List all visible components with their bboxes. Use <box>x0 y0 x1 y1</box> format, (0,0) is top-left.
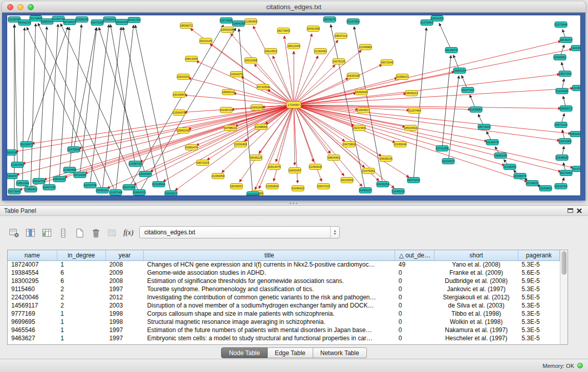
table-cell[interactable]: Estimation of the future numbers of pati… <box>144 326 395 334</box>
graph-node[interactable]: 20147358 <box>572 166 581 172</box>
graph-node[interactable]: 18273645 <box>277 28 290 34</box>
table-cell[interactable]: 9777169 <box>8 310 57 318</box>
graph-node[interactable]: 21035486 <box>572 85 581 91</box>
table-row[interactable]: 1456911722003Disruption of a novel membe… <box>8 301 560 310</box>
graph-node[interactable]: 19608234 <box>380 156 392 162</box>
graph-node[interactable]: 18504392 <box>404 125 417 131</box>
graph-node[interactable]: 19036254 <box>377 182 389 187</box>
table-row[interactable]: 911546021997Tourette syndrome. Phenomeno… <box>8 285 560 293</box>
graph-node[interactable]: 20473891 <box>343 142 355 147</box>
graph-node[interactable]: 19827304 <box>559 71 571 77</box>
graph-node[interactable]: 18659072 <box>560 106 572 112</box>
graph-node[interactable]: 18594036 <box>570 132 581 137</box>
table-cell[interactable]: 6 <box>57 277 105 285</box>
table-cell[interactable]: 5.5E-5 <box>518 293 559 301</box>
graph-node[interactable]: 18460257 <box>7 173 17 179</box>
import-table-icon[interactable] <box>105 226 119 239</box>
graph-node[interactable]: 21057348 <box>110 190 122 195</box>
network-canvas[interactable]: 1724067186120452081450219322098215043761… <box>7 15 581 196</box>
graph-node[interactable]: 19322098 <box>245 58 257 63</box>
graph-node[interactable]: 21370456 <box>421 20 433 26</box>
graph-node[interactable]: 20173845 <box>30 16 42 21</box>
table-cell[interactable]: 0 <box>395 285 434 293</box>
graph-node[interactable]: 21048256 <box>504 164 516 170</box>
table-cell[interactable]: 9465546 <box>8 326 57 334</box>
graph-node[interactable]: 20683154 <box>453 68 466 74</box>
table-row[interactable]: 2242004622012Investigating the contribut… <box>8 293 560 301</box>
graph-node[interactable]: 19027346 <box>462 87 474 93</box>
table-cell[interactable]: 1 <box>57 310 105 318</box>
table-cell[interactable]: 2009 <box>105 269 143 277</box>
table-cell[interactable]: Dudbridge et al. (2008) <box>434 277 518 285</box>
graph-node[interactable]: 18253064 <box>247 192 259 196</box>
graph-node[interactable]: 21648035 <box>556 155 568 161</box>
graph-node[interactable]: 19204637 <box>442 159 454 164</box>
graph-node[interactable]: 20167354 <box>347 19 359 25</box>
graph-node[interactable]: 18960245 <box>177 128 189 134</box>
graph-node[interactable]: 18450236 <box>18 20 31 26</box>
graph-node[interactable]: 18570243 <box>407 178 420 183</box>
graph-node[interactable]: 20518734 <box>555 184 567 189</box>
graph-node[interactable]: 20491753 <box>128 17 140 23</box>
graph-node[interactable]: 21160483 <box>314 49 326 54</box>
table-cell[interactable]: 0 <box>395 269 434 277</box>
table-cell[interactable]: 2 <box>57 293 105 301</box>
graph-node[interactable]: 18036257 <box>560 37 572 43</box>
table-cell[interactable]: 2008 <box>105 277 143 285</box>
table-cell[interactable]: 0 <box>395 318 434 326</box>
table-row[interactable]: 969969511998Structural magnetic resonanc… <box>8 318 560 326</box>
graph-node[interactable]: 19234087 <box>173 92 185 98</box>
table-cell[interactable]: 5.3E-5 <box>518 318 559 326</box>
show-columns-icon[interactable] <box>24 226 37 239</box>
graph-node[interactable]: 18246079 <box>445 48 458 53</box>
table-row[interactable]: 946362711997Embryonic stem cells: a mode… <box>8 334 560 342</box>
table-cell[interactable]: 1 <box>57 334 105 342</box>
graph-node[interactable]: 20814502 <box>265 49 277 54</box>
table-cell[interactable]: 0 <box>395 310 434 318</box>
graph-node[interactable]: 21648203 <box>392 189 404 194</box>
graph-node[interactable]: 19130475 <box>20 142 33 147</box>
graph-node[interactable]: 20166734 <box>220 107 232 113</box>
column-header-year[interactable]: year <box>105 250 143 260</box>
table-cell[interactable]: 5.3E-5 <box>518 260 559 269</box>
table-cell[interactable]: 6 <box>57 269 105 277</box>
graph-node[interactable]: 21459083 <box>470 107 482 113</box>
graph-node[interactable]: 19250863 <box>539 186 552 191</box>
graph-node[interactable]: 20483157 <box>359 188 372 193</box>
graph-node[interactable]: 21350918 <box>309 164 321 170</box>
graph-node[interactable]: 20023145 <box>200 38 212 44</box>
graph-node[interactable]: 19788023 <box>224 125 236 131</box>
table-cell[interactable]: 14569117 <box>8 301 57 310</box>
table-settings-icon[interactable] <box>7 226 20 239</box>
graph-node[interactable]: 18270463 <box>560 170 572 176</box>
table-cell[interactable]: Disruption of a novel member of a sodium… <box>144 301 395 310</box>
graph-node[interactable]: 19582047 <box>41 19 53 25</box>
row-options-icon[interactable] <box>56 226 70 239</box>
graph-node[interactable]: 19186420 <box>292 186 304 191</box>
graph-node[interactable]: 20358147 <box>396 74 408 80</box>
graph-node[interactable]: 20630158 <box>347 73 359 79</box>
tab-edge-table[interactable]: Edge Table <box>268 347 313 358</box>
graph-node[interactable]: 18325064 <box>139 171 151 177</box>
graph-node[interactable]: 21280456 <box>245 19 257 25</box>
table-cell[interactable]: 1997 <box>105 334 143 342</box>
table-cell[interactable]: 9463627 <box>8 334 57 342</box>
graph-node[interactable]: 18327045 <box>123 185 135 190</box>
graph-node[interactable]: 18794025 <box>63 19 76 25</box>
network-table-select[interactable]: citations_edges.txt ▲▼ <box>139 226 340 238</box>
table-cell[interactable]: 1998 <box>105 310 143 318</box>
table-cell[interactable]: Stergiakouli et al. (2012) <box>434 293 518 301</box>
tab-node-table[interactable]: Node Table <box>221 347 268 358</box>
table-cell[interactable]: 0 <box>395 326 434 334</box>
table-cell[interactable]: Yano et al. (2008) <box>434 260 518 269</box>
graph-node[interactable]: 20694153 <box>133 190 145 195</box>
graph-node[interactable]: 21504378 <box>173 110 185 116</box>
scrollbar-thumb[interactable] <box>561 251 567 275</box>
table-cell[interactable]: 0 <box>395 277 434 285</box>
graph-node[interactable]: 21058734 <box>129 161 141 167</box>
float-panel-icon[interactable] <box>565 207 575 215</box>
table-cell[interactable]: 1 <box>57 318 105 326</box>
window-titlebar[interactable]: citations_edges.txt <box>2 2 585 13</box>
column-header-in_degree[interactable]: in_degree <box>57 250 105 260</box>
table-cell[interactable]: 49 <box>395 260 434 269</box>
